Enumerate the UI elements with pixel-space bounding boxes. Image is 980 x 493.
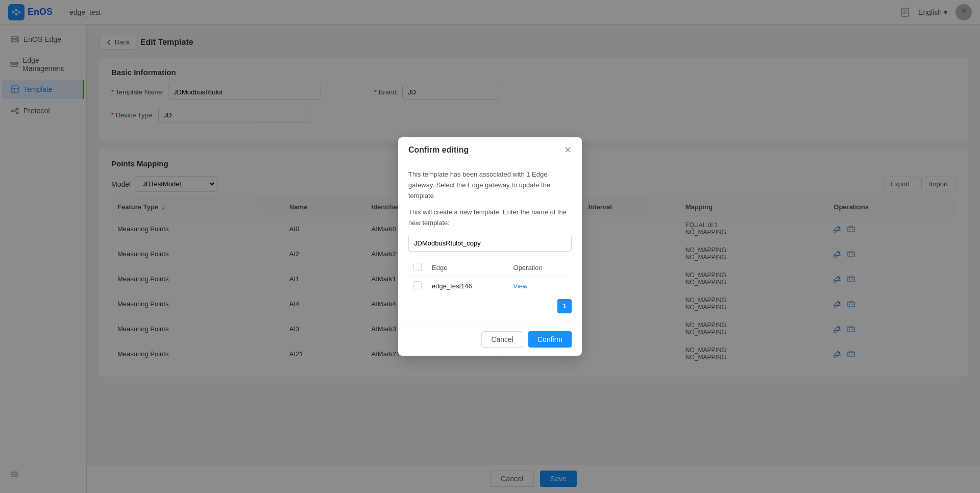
select-all-checkbox[interactable] bbox=[413, 263, 422, 271]
pagination: 1 bbox=[408, 299, 572, 313]
view-link[interactable]: View bbox=[513, 282, 528, 290]
modal-edge-table: Edge Operation edge_test146 View bbox=[408, 259, 572, 295]
modal-desc-1: This template has been associated with 1… bbox=[408, 169, 572, 201]
modal-table-body: edge_test146 View bbox=[408, 277, 572, 295]
modal-confirm-button[interactable]: Confirm bbox=[528, 331, 572, 348]
modal-cancel-button[interactable]: Cancel bbox=[481, 331, 523, 348]
modal-close-button[interactable]: ✕ bbox=[564, 145, 572, 155]
modal-footer: Cancel Confirm bbox=[398, 325, 582, 356]
modal-col-operation: Operation bbox=[508, 259, 572, 277]
confirm-editing-modal: Confirm editing ✕ This template has been… bbox=[398, 137, 582, 356]
page-number[interactable]: 1 bbox=[557, 299, 572, 313]
modal-title: Confirm editing bbox=[408, 145, 469, 155]
modal-table-row: edge_test146 View bbox=[408, 277, 572, 295]
modal-desc-2: This will create a new template. Enter t… bbox=[408, 207, 572, 229]
modal-body: This template has been associated with 1… bbox=[398, 161, 582, 325]
new-template-name-input[interactable] bbox=[408, 235, 572, 252]
modal-header: Confirm editing ✕ bbox=[398, 137, 582, 161]
row-checkbox[interactable] bbox=[413, 281, 422, 289]
modal-col-edge: Edge bbox=[427, 259, 508, 277]
modal-operation: View bbox=[508, 277, 572, 295]
modal-col-checkbox bbox=[408, 259, 427, 277]
modal-overlay[interactable]: Confirm editing ✕ This template has been… bbox=[0, 0, 980, 493]
modal-row-checkbox bbox=[408, 277, 427, 295]
modal-edge-name: edge_test146 bbox=[427, 277, 508, 295]
modal-table-head: Edge Operation bbox=[408, 259, 572, 277]
